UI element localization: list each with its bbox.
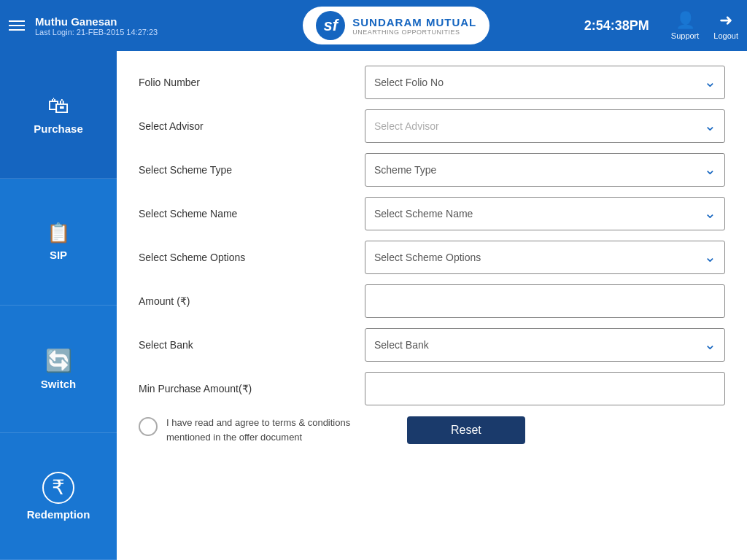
min-purchase-control — [365, 372, 725, 405]
menu-icon[interactable] — [9, 20, 25, 31]
folio-number-wrapper: Select Folio No — [365, 66, 725, 99]
current-time: 2:54:38PM — [584, 18, 649, 34]
folio-number-label: Folio Number — [139, 77, 365, 88]
reset-button[interactable]: Reset — [407, 416, 525, 444]
logo-sub: UNEARTHING OPPORTUNITIES — [352, 28, 476, 36]
scheme-type-row: Select Scheme Type Scheme Type — [139, 153, 725, 187]
user-info: Muthu Ganesan Last Login: 21-FEB-2015 14… — [35, 15, 158, 36]
scheme-name-select[interactable]: Select Scheme Name — [365, 197, 725, 230]
advisor-control: Select Advisor — [365, 109, 725, 143]
scheme-options-label: Select Scheme Options — [139, 252, 365, 263]
sip-icon: 📋 — [47, 222, 70, 244]
scheme-options-row: Select Scheme Options Select Scheme Opti… — [139, 241, 725, 274]
bank-label: Select Bank — [139, 339, 365, 351]
bank-select[interactable]: Select Bank — [365, 328, 725, 362]
advisor-select[interactable]: Select Advisor — [365, 109, 725, 143]
sidebar: 🛍 Purchase 📋 SIP 🔄 Switch ₹ Redemption — [0, 51, 117, 560]
scheme-type-select[interactable]: Scheme Type — [365, 153, 725, 187]
scheme-name-wrapper: Select Scheme Name — [365, 197, 725, 230]
scheme-name-row: Select Scheme Name Select Scheme Name — [139, 197, 725, 230]
scheme-options-select[interactable]: Select Scheme Options — [365, 241, 725, 274]
sidebar-item-redemption[interactable]: ₹ Redemption — [0, 433, 117, 561]
switch-icon: 🔄 — [45, 348, 72, 373]
main-content: Folio Number Select Folio No Select Advi… — [117, 51, 747, 560]
support-button[interactable]: 👤 Support — [671, 11, 700, 40]
amount-control — [365, 284, 725, 318]
folio-number-control: Select Folio No — [365, 66, 725, 99]
min-purchase-row: Min Purchase Amount(₹) — [139, 372, 725, 405]
advisor-row: Select Advisor Select Advisor — [139, 109, 725, 143]
logo-main: SUNDARAM MUTUAL — [352, 16, 476, 28]
terms-label: I have read and agree to terms & conditi… — [166, 416, 385, 444]
logout-button[interactable]: ➜ Logout — [713, 11, 738, 40]
header-actions: 👤 Support ➜ Logout — [671, 11, 738, 40]
bank-row: Select Bank Select Bank — [139, 328, 725, 362]
amount-input[interactable] — [365, 284, 725, 318]
terms-checkbox[interactable] — [139, 417, 158, 436]
sidebar-item-sip[interactable]: 📋 SIP — [0, 179, 117, 306]
logo-sf: sf — [316, 11, 345, 40]
sidebar-sip-label: SIP — [50, 249, 67, 261]
redemption-icon: ₹ — [42, 472, 74, 504]
amount-row: Amount (₹) — [139, 284, 725, 318]
advisor-label: Select Advisor — [139, 120, 365, 132]
scheme-name-control: Select Scheme Name — [365, 197, 725, 230]
logo: sf SUNDARAM MUTUAL UNEARTHING OPPORTUNIT… — [303, 7, 489, 44]
bottom-row: I have read and agree to terms & conditi… — [139, 416, 725, 444]
scheme-type-label: Select Scheme Type — [139, 164, 365, 176]
scheme-type-control: Scheme Type — [365, 153, 725, 187]
min-purchase-label: Min Purchase Amount(₹) — [139, 383, 365, 394]
folio-number-row: Folio Number Select Folio No — [139, 66, 725, 99]
bank-wrapper: Select Bank — [365, 328, 725, 362]
folio-number-select[interactable]: Select Folio No — [365, 66, 725, 99]
scheme-name-label: Select Scheme Name — [139, 208, 365, 219]
user-name: Muthu Ganesan — [35, 15, 158, 28]
support-icon: 👤 — [676, 11, 695, 30]
support-label: Support — [671, 31, 700, 40]
purchase-icon: 🛍 — [47, 93, 69, 118]
sidebar-redemption-label: Redemption — [27, 508, 90, 521]
scheme-type-wrapper: Scheme Type — [365, 153, 725, 187]
sidebar-switch-label: Switch — [41, 378, 76, 390]
logout-icon: ➜ — [719, 11, 732, 30]
scheme-options-control: Select Scheme Options — [365, 241, 725, 274]
logo-text: SUNDARAM MUTUAL UNEARTHING OPPORTUNITIES — [352, 16, 476, 36]
min-purchase-input[interactable] — [365, 372, 725, 405]
bank-control: Select Bank — [365, 328, 725, 362]
amount-label: Amount (₹) — [139, 295, 365, 307]
last-login: Last Login: 21-FEB-2015 14:27:23 — [35, 28, 158, 36]
advisor-wrapper: Select Advisor — [365, 109, 725, 143]
sidebar-purchase-label: Purchase — [34, 122, 83, 135]
scheme-options-wrapper: Select Scheme Options — [365, 241, 725, 274]
logout-label: Logout — [713, 31, 738, 40]
sidebar-item-switch[interactable]: 🔄 Switch — [0, 306, 117, 433]
sidebar-item-purchase[interactable]: 🛍 Purchase — [0, 51, 117, 179]
